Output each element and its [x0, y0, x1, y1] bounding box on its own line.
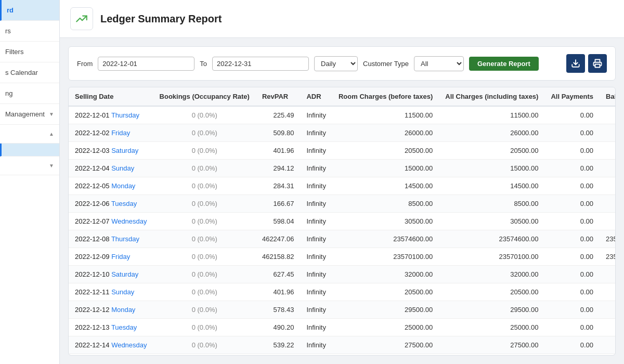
- cell-adr: Infinity: [300, 301, 332, 319]
- cell-date: 2022-12-01 Thursday: [69, 106, 153, 124]
- cell-adr: Infinity: [300, 160, 332, 177]
- sidebar-item-label: Management: [5, 110, 45, 118]
- cell-adr: Infinity: [300, 195, 332, 213]
- cell-all-charges: 23570100.00: [439, 248, 544, 266]
- sidebar-item-management[interactable]: Management ▼: [0, 104, 59, 125]
- cell-revpar: 284.31: [256, 177, 300, 195]
- table-row: 2022-12-11 Sunday 0 (0.0%) 401.96 Infini…: [69, 283, 616, 301]
- cell-revpar: 462247.06: [256, 230, 300, 248]
- chevron-up-icon: ▲: [49, 131, 54, 137]
- col-selling-date: Selling Date: [69, 87, 153, 106]
- cell-room-charges: 27500.00: [332, 336, 439, 354]
- table-row: 2022-12-14 Wednesday 0 (0.0%) 539.22 Inf…: [69, 336, 616, 354]
- cell-balance: 15000.00: [600, 160, 616, 177]
- customer-type-select[interactable]: All Individual Corporate: [414, 56, 464, 71]
- cell-bookings: 0 (0.0%): [153, 266, 256, 283]
- sidebar-item-section2[interactable]: ▲: [0, 125, 59, 144]
- from-date-input[interactable]: [98, 57, 194, 71]
- cell-bookings: 0 (0.0%): [153, 301, 256, 319]
- cell-revpar: 598.04: [256, 213, 300, 230]
- table-body: 2022-12-01 Thursday 0 (0.0%) 225.49 Infi…: [69, 106, 616, 354]
- col-room-charges: Room Charges (before taxes): [332, 87, 439, 106]
- cell-bookings: 0 (0.0%): [153, 106, 256, 124]
- download-button[interactable]: [566, 54, 585, 73]
- to-label: To: [200, 60, 207, 68]
- cell-day: Sunday: [111, 288, 134, 296]
- cell-day: Wednesday: [111, 341, 147, 349]
- table-row: 2022-12-08 Thursday 0 (0.0%) 462247.06 I…: [69, 230, 616, 248]
- cell-all-charges: 8500.00: [439, 195, 544, 213]
- cell-date: 2022-12-04 Sunday: [69, 160, 153, 177]
- cell-revpar: 539.22: [256, 336, 300, 354]
- sidebar-item-selected[interactable]: [0, 144, 59, 157]
- cell-revpar: 294.12: [256, 160, 300, 177]
- cell-balance: 11500.00: [600, 106, 616, 124]
- sidebar-item-label: Filters: [5, 48, 23, 56]
- cell-revpar: 401.96: [256, 283, 300, 301]
- cell-day: Wednesday: [111, 217, 147, 225]
- cell-balance: 14500.00: [600, 177, 616, 195]
- table-row: 2022-12-09 Friday 0 (0.0%) 462158.82 Inf…: [69, 248, 616, 266]
- cell-day: Monday: [111, 182, 135, 190]
- filter-bar: From To Daily Weekly Monthly Customer Ty…: [68, 46, 616, 81]
- data-table-container: Selling Date Bookings (Occupancy Rate) R…: [68, 87, 616, 356]
- sidebar-item-ng[interactable]: ng: [0, 83, 59, 104]
- cell-adr: Infinity: [300, 124, 332, 142]
- sidebar: rd rs Filters s Calendar ng Management ▼…: [0, 0, 60, 364]
- cell-balance: 8500.00: [600, 195, 616, 213]
- cell-bookings: 0 (0.0%): [153, 124, 256, 142]
- cell-all-charges: 11500.00: [439, 106, 544, 124]
- period-select[interactable]: Daily Weekly Monthly: [314, 56, 358, 71]
- page-header: Ledger Summary Report: [60, 0, 624, 38]
- cell-room-charges: 11500.00: [332, 106, 439, 124]
- cell-bookings: 0 (0.0%): [153, 336, 256, 354]
- sidebar-item-label: rs: [5, 27, 11, 35]
- sidebar-item-label: rd: [7, 6, 14, 14]
- sidebar-item-filters[interactable]: Filters: [0, 42, 59, 62]
- cell-payments: 0.00: [544, 142, 600, 160]
- sidebar-item-section3[interactable]: ▼: [0, 157, 59, 175]
- cell-payments: 0.00: [544, 301, 600, 319]
- cell-balance: 32000.00: [600, 266, 616, 283]
- table-row: 2022-12-07 Wednesday 0 (0.0%) 598.04 Inf…: [69, 213, 616, 230]
- cell-date: 2022-12-03 Saturday: [69, 142, 153, 160]
- print-button[interactable]: [588, 54, 607, 73]
- table-header-row: Selling Date Bookings (Occupancy Rate) R…: [69, 87, 616, 106]
- cell-date: 2022-12-14 Wednesday: [69, 336, 153, 354]
- sidebar-item-calendar[interactable]: s Calendar: [0, 62, 59, 83]
- cell-adr: Infinity: [300, 283, 332, 301]
- cell-payments: 0.00: [544, 106, 600, 124]
- cell-room-charges: 26000.00: [332, 124, 439, 142]
- to-date-input[interactable]: [212, 57, 309, 71]
- cell-all-charges: 27500.00: [439, 336, 544, 354]
- cell-balance: 25000.00: [600, 319, 616, 336]
- cell-payments: 0.00: [544, 266, 600, 283]
- cell-all-charges: 20500.00: [439, 142, 544, 160]
- from-label: From: [77, 60, 93, 68]
- generate-report-button[interactable]: Generate Report: [469, 57, 539, 71]
- cell-date: 2022-12-11 Sunday: [69, 283, 153, 301]
- col-balance: Balance: [600, 87, 616, 106]
- sidebar-item-reports[interactable]: rs: [0, 21, 59, 42]
- cell-payments: 0.00: [544, 213, 600, 230]
- cell-room-charges: 23570100.00: [332, 248, 439, 266]
- sidebar-item-label: s Calendar: [5, 69, 38, 76]
- customer-type-label: Customer Type: [363, 60, 409, 68]
- cell-revpar: 627.45: [256, 266, 300, 283]
- cell-day: Saturday: [111, 270, 138, 278]
- cell-bookings: 0 (0.0%): [153, 177, 256, 195]
- sidebar-item-dashboard[interactable]: rd: [0, 0, 59, 21]
- cell-date: 2022-12-07 Wednesday: [69, 213, 153, 230]
- cell-all-charges: 20500.00: [439, 283, 544, 301]
- cell-revpar: 401.96: [256, 142, 300, 160]
- cell-all-charges: 29500.00: [439, 301, 544, 319]
- cell-payments: 0.00: [544, 336, 600, 354]
- cell-all-charges: 25000.00: [439, 319, 544, 336]
- cell-revpar: 490.20: [256, 319, 300, 336]
- table-row: 2022-12-04 Sunday 0 (0.0%) 294.12 Infini…: [69, 160, 616, 177]
- cell-all-charges: 30500.00: [439, 213, 544, 230]
- cell-revpar: 462158.82: [256, 248, 300, 266]
- cell-room-charges: 15000.00: [332, 160, 439, 177]
- action-buttons: [566, 54, 607, 73]
- cell-date: 2022-12-05 Monday: [69, 177, 153, 195]
